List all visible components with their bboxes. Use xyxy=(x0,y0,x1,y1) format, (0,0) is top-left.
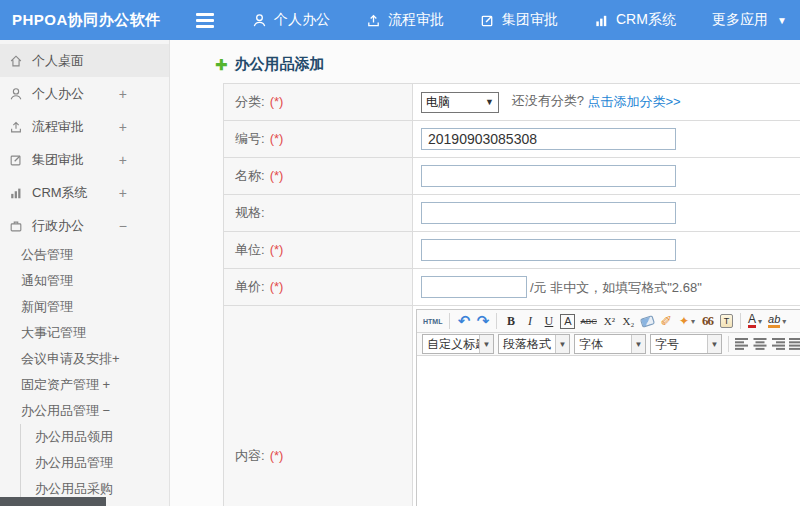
unit-label-cell: 单位:(*) xyxy=(224,232,413,269)
sidebar-item-crm-system[interactable]: CRM系统 + xyxy=(0,176,169,209)
align-justify-icon[interactable] xyxy=(789,338,800,350)
caret-down-icon: ▼ xyxy=(631,335,645,353)
page-header: ✚ 办公用品添加 xyxy=(170,40,800,83)
custom-title-select[interactable]: 自定义标题▼ xyxy=(422,334,494,354)
bold-icon[interactable]: B xyxy=(503,312,518,330)
font-family-select[interactable]: 字体▼ xyxy=(574,334,646,354)
strikethrough-icon[interactable]: ABC xyxy=(579,312,597,330)
home-icon xyxy=(9,54,23,68)
sidebar-item-supplies-manage[interactable]: 办公用品管理 xyxy=(21,450,169,476)
unit-input[interactable] xyxy=(421,239,676,261)
align-left-icon[interactable] xyxy=(735,338,749,350)
paste-as-text-icon[interactable]: T xyxy=(719,312,734,330)
align-center-icon[interactable] xyxy=(753,338,767,350)
nav-item-label: 集团审批 xyxy=(502,11,558,29)
editor-content-area[interactable] xyxy=(417,356,800,506)
sidebar-item-meeting-mgmt[interactable]: 会议申请及安排+ xyxy=(0,346,169,372)
sidebar-item-group-approval[interactable]: 集团审批 + xyxy=(0,143,169,176)
format-painter-icon[interactable]: ✐ xyxy=(659,312,674,330)
select-caret-icon: ▼ xyxy=(485,97,494,107)
sidebar-item-personal-desktop[interactable]: 个人桌面 xyxy=(0,44,169,77)
sidebar-item-label: CRM系统 xyxy=(32,184,88,202)
price-input[interactable] xyxy=(421,276,527,298)
nav-item-workflow-approval[interactable]: 流程审批 xyxy=(366,11,444,29)
spec-label-cell: 规格: xyxy=(224,195,413,232)
nav-item-crm-system[interactable]: CRM系统 xyxy=(594,11,676,29)
code-input[interactable] xyxy=(421,128,676,150)
undo-icon[interactable]: ↶ xyxy=(456,312,471,330)
sidebar-item-supplies-claim[interactable]: 办公用品领用 xyxy=(21,424,169,450)
sidebar-item-notice-mgmt[interactable]: 通知管理 xyxy=(0,268,169,294)
required-mark: (*) xyxy=(270,131,284,146)
category-label: 分类: xyxy=(235,94,265,109)
source-code-button[interactable]: HTML xyxy=(422,312,443,330)
caret-down-icon: ▾ xyxy=(758,317,762,326)
underline-icon[interactable]: U xyxy=(541,312,556,330)
redo-icon[interactable]: ↷ xyxy=(475,312,490,330)
expand-toggle[interactable]: + xyxy=(119,119,127,135)
blockquote-icon[interactable]: 66 xyxy=(700,312,715,330)
form-row-name: 名称:(*) xyxy=(224,158,800,195)
name-input[interactable] xyxy=(421,165,676,187)
form-row-category: 分类:(*) 电脑 ▼ 还没有分类? 点击添加分类>> xyxy=(224,84,800,121)
form-row-unit: 单位:(*) xyxy=(224,232,800,269)
highlight-color-icon[interactable]: ab▾ xyxy=(767,312,787,330)
category-selected-value: 电脑 xyxy=(426,94,450,111)
auto-typeset-icon[interactable]: ✦▾ xyxy=(678,312,696,330)
caret-down-icon: ▾ xyxy=(782,317,786,326)
caret-down-icon: ▼ xyxy=(479,335,493,353)
navbar-menu: 个人办公 流程审批 集团审批 CRM系统 更多应用 ▼ xyxy=(252,11,787,29)
sidebar-item-news-mgmt[interactable]: 新闻管理 xyxy=(0,294,169,320)
sidebar-item-fixed-assets-mgmt[interactable]: 固定资产管理 + xyxy=(0,372,169,398)
required-mark: (*) xyxy=(270,94,284,109)
add-category-link[interactable]: 点击添加分类>> xyxy=(587,93,680,108)
collapse-toggle[interactable]: − xyxy=(119,218,127,234)
nav-item-label: CRM系统 xyxy=(616,11,676,29)
required-mark: (*) xyxy=(270,448,284,463)
form-row-price: 单价:(*) /元 非中文，如填写格式"2.68" xyxy=(224,269,800,306)
sidebar-item-office-supplies-mgmt[interactable]: 办公用品管理 − xyxy=(0,398,169,424)
sidebar-item-label: 行政办公 xyxy=(32,217,84,235)
sidebar-item-announcement-mgmt[interactable]: 公告管理 xyxy=(0,242,169,268)
rich-text-editor: HTML ↶ ↷ B I U A ABC X² X₂ xyxy=(416,309,800,506)
paragraph-format-select[interactable]: 段落格式▼ xyxy=(498,334,570,354)
edit-icon xyxy=(480,13,495,28)
align-right-icon[interactable] xyxy=(771,338,785,350)
main-content: ✚ 办公用品添加 分类:(*) 电脑 ▼ 还没有分类? 点击添加分类>> xyxy=(170,40,800,506)
add-plus-icon: ✚ xyxy=(215,56,228,74)
content-label-cell: 内容:(*) xyxy=(224,306,413,506)
nav-item-personal-office[interactable]: 个人办公 xyxy=(252,11,330,29)
sidebar-item-events-mgmt[interactable]: 大事记管理 xyxy=(0,320,169,346)
sidebar-item-label: 流程审批 xyxy=(32,118,84,136)
sidebar-item-administrative-office[interactable]: 行政办公 − xyxy=(0,209,169,242)
person-icon xyxy=(9,87,23,101)
edit-icon xyxy=(9,153,23,167)
form-row-spec: 规格: xyxy=(224,195,800,232)
category-label-cell: 分类:(*) xyxy=(224,84,413,121)
font-size-select[interactable]: 字号▼ xyxy=(650,334,722,354)
hamburger-menu-icon[interactable] xyxy=(196,13,214,28)
expand-toggle[interactable]: + xyxy=(119,185,127,201)
nav-item-more-apps[interactable]: 更多应用 ▼ xyxy=(712,11,787,29)
eraser-icon[interactable] xyxy=(640,312,655,330)
sidebar-item-workflow-approval[interactable]: 流程审批 + xyxy=(0,110,169,143)
required-mark: (*) xyxy=(270,279,284,294)
subscript-icon[interactable]: X₂ xyxy=(621,312,636,330)
nav-item-label: 更多应用 xyxy=(712,11,768,29)
italic-icon[interactable]: I xyxy=(522,312,537,330)
nav-item-group-approval[interactable]: 集团审批 xyxy=(480,11,558,29)
category-select[interactable]: 电脑 ▼ xyxy=(421,92,499,113)
char-border-icon[interactable]: A xyxy=(560,314,575,329)
spec-input[interactable] xyxy=(421,202,676,224)
price-label-cell: 单价:(*) xyxy=(224,269,413,306)
expand-toggle[interactable]: + xyxy=(119,152,127,168)
required-mark: (*) xyxy=(270,168,284,183)
font-color-icon[interactable]: A▾ xyxy=(747,312,763,330)
person-icon xyxy=(252,13,267,28)
sidebar-item-personal-office[interactable]: 个人办公 + xyxy=(0,77,169,110)
app-logo: PHPOA协同办公软件 xyxy=(0,11,168,30)
nav-item-label: 个人办公 xyxy=(274,11,330,29)
expand-toggle[interactable]: + xyxy=(119,86,127,102)
form-row-content: 内容:(*) HTML ↶ ↷ B I U A xyxy=(224,306,800,506)
superscript-icon[interactable]: X² xyxy=(602,312,617,330)
